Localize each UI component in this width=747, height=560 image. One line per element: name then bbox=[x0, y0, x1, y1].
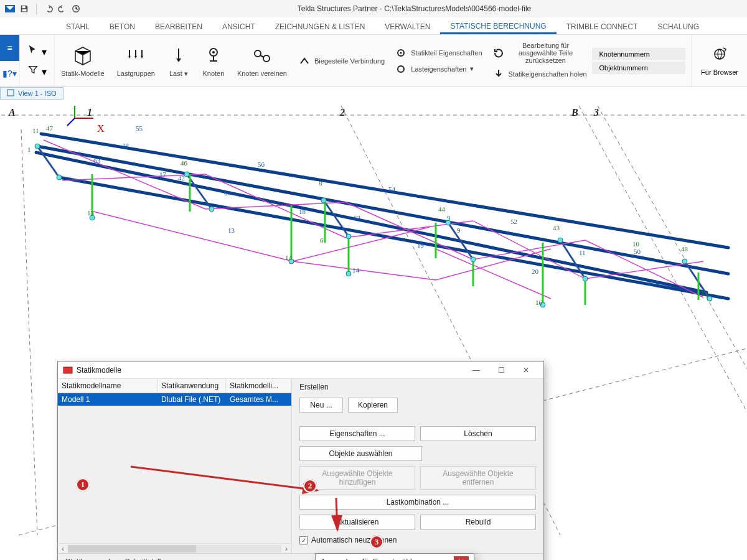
lastkombination-button[interactable]: Lastkombination ... bbox=[299, 495, 536, 510]
undo-icon[interactable] bbox=[43, 3, 54, 14]
ribbon-lasteigenschaften[interactable]: Lasteigenschaften ▾ bbox=[395, 63, 474, 75]
remove-selected-button: Ausgewählte Objekte entfernen bbox=[420, 466, 536, 490]
file-menu-button[interactable]: ≡ bbox=[0, 35, 19, 61]
node-num: 8 bbox=[319, 179, 322, 187]
grid-label-A: A bbox=[9, 107, 16, 118]
th-content[interactable]: Statikmodelli... bbox=[226, 379, 291, 393]
cell-name: Modell 1 bbox=[58, 393, 157, 406]
load-icon bbox=[167, 45, 190, 67]
svg-line-39 bbox=[93, 212, 293, 261]
history-icon[interactable] bbox=[70, 3, 82, 14]
svg-point-64 bbox=[682, 259, 687, 264]
view-title-bar[interactable]: View 1 - ISO bbox=[0, 87, 63, 100]
loeschen-button[interactable]: Löschen bbox=[420, 426, 536, 441]
close-icon[interactable]: ✕ bbox=[454, 556, 469, 561]
th-name[interactable]: Statikmodellname bbox=[58, 379, 157, 393]
load-groups-icon bbox=[125, 45, 147, 67]
ribbon-statik-modelle[interactable]: Statik-Modelle bbox=[55, 35, 111, 86]
view-title-text: View 1 - ISO bbox=[18, 90, 57, 97]
model-viewport[interactable]: View 1 - ISO bbox=[0, 87, 747, 560]
app-icon bbox=[4, 2, 16, 15]
annotation-marker-2: 2 bbox=[303, 479, 317, 493]
th-app[interactable]: Statikanwendung bbox=[157, 379, 226, 393]
annotation-marker-3: 3 bbox=[370, 535, 383, 549]
node-num: 12 bbox=[701, 290, 708, 297]
ribbon-get-props[interactable]: Statikeigenschaften holen bbox=[492, 68, 587, 80]
filter-icon[interactable]: ▾ bbox=[27, 64, 46, 78]
tab-ansicht[interactable]: ANSICHT bbox=[212, 19, 265, 34]
ribbon-lastgruppen[interactable]: Lastgruppen bbox=[111, 35, 161, 86]
ribbon-last[interactable]: Last ▾ bbox=[161, 35, 196, 86]
h-scrollbar[interactable]: ‹› bbox=[58, 543, 291, 553]
node-num: 14 bbox=[285, 254, 292, 261]
toggle-objektnummern[interactable]: Objektnummern bbox=[592, 62, 685, 74]
kopieren-button[interactable]: Kopieren bbox=[348, 398, 398, 413]
tab-zeichnungen[interactable]: ZEICHNUNGEN & LISTEN bbox=[265, 19, 375, 34]
close-icon[interactable]: ✕ bbox=[514, 363, 538, 378]
ribbon-biegesteife[interactable]: Biegesteife Verbindung bbox=[298, 55, 385, 67]
svg-line-15 bbox=[21, 129, 37, 535]
svg-point-62 bbox=[558, 238, 563, 243]
node-num: 44 bbox=[438, 205, 445, 213]
rigid-link-icon bbox=[298, 55, 311, 67]
statik-titlebar[interactable]: Statikmodelle — ☐ ✕ bbox=[58, 362, 543, 379]
erstellen-label: Erstellen bbox=[299, 383, 536, 391]
tab-beton[interactable]: BETON bbox=[100, 19, 145, 34]
help-button[interactable]: ▮?▾ bbox=[0, 61, 19, 87]
tab-stahl[interactable]: STAHL bbox=[56, 19, 100, 34]
member-num: 17 bbox=[159, 170, 166, 178]
neu-button[interactable]: Neu ... bbox=[299, 398, 343, 413]
node-num: 47 bbox=[46, 124, 53, 132]
svg-rect-1 bbox=[22, 6, 26, 9]
export-title-text: Anwendung für Export wählen bbox=[321, 558, 420, 561]
node-num: 48 bbox=[681, 245, 688, 253]
ribbon-knoten-vereinen[interactable]: Knoten vereinen bbox=[231, 35, 293, 86]
export-titlebar[interactable]: Anwendung für Export wählen ✕ bbox=[316, 554, 474, 560]
member-num: 18 bbox=[299, 208, 306, 215]
minimize-icon[interactable]: — bbox=[464, 363, 489, 378]
tab-schalung[interactable]: SCHALUNG bbox=[647, 19, 709, 34]
member-num: 19 bbox=[417, 241, 424, 249]
ribbon-knoten[interactable]: Knoten bbox=[196, 35, 231, 86]
member-num: 9 bbox=[447, 214, 451, 222]
ribbon-file-strip: ≡ ▮?▾ bbox=[0, 35, 20, 86]
tab-verwalten[interactable]: VERWALTEN bbox=[375, 19, 440, 34]
maximize-icon[interactable]: ☐ bbox=[489, 363, 514, 378]
svg-line-41 bbox=[293, 261, 436, 280]
member-num: 54 bbox=[388, 185, 395, 193]
tab-statische-berechnung[interactable]: STATISCHE BERECHNUNG bbox=[440, 18, 556, 34]
toggle-knotennummern[interactable]: Knotennummern bbox=[592, 48, 685, 60]
statik-actions: Erstellen Neu ... Kopieren Eigenschaften… bbox=[292, 379, 543, 553]
ribbon-browser[interactable]: Für Browser bbox=[692, 35, 747, 86]
view-icon bbox=[7, 89, 14, 98]
auto-redraw-checkbox[interactable]: ✓Automatisch neuzeichnen bbox=[299, 534, 536, 544]
objekte-auswaehlen-button[interactable]: Objekte auswählen bbox=[299, 446, 422, 461]
statik-table-header: Statikmodellname Statikanwendung Statikm… bbox=[58, 379, 291, 393]
tab-bearbeiten[interactable]: BEARBEITEN bbox=[145, 19, 212, 34]
cursor-icon[interactable]: ▾ bbox=[27, 44, 46, 58]
rebuild-button[interactable]: Rebuild bbox=[420, 515, 536, 530]
node-num: 16 bbox=[535, 299, 542, 306]
member-num: 28 bbox=[122, 142, 129, 149]
save-icon[interactable] bbox=[19, 3, 30, 14]
member-num: 50 bbox=[634, 248, 641, 255]
cell-content: Gesamtes M... bbox=[226, 393, 291, 406]
quick-access bbox=[0, 2, 82, 15]
table-row[interactable]: Modell 1 Dlubal File (.NET) Gesamtes M..… bbox=[58, 393, 291, 406]
svg-point-61 bbox=[471, 257, 476, 262]
tab-trimble-connect[interactable]: TRIMBLE CONNECT bbox=[557, 19, 648, 34]
ribbon-reset-edit[interactable]: Bearbeitung für ausgewählte Teile zurück… bbox=[492, 42, 583, 64]
node-num: 10 bbox=[632, 240, 639, 248]
eigenschaften-button[interactable]: Eigenschaften ... bbox=[299, 426, 415, 441]
statikmodelle-window: Statikmodelle — ☐ ✕ Statikmodellname Sta… bbox=[57, 361, 544, 560]
dialog-icon bbox=[63, 365, 73, 375]
ribbon-number-toggles: Knotennummern Objektnummern bbox=[592, 35, 690, 86]
svg-point-5 bbox=[212, 51, 215, 54]
member-num: 62 bbox=[354, 214, 360, 222]
aktualisieren-button[interactable]: Aktualisieren bbox=[299, 515, 415, 530]
node-num: 13 bbox=[87, 209, 94, 217]
svg-line-33 bbox=[345, 221, 473, 238]
svg-rect-2 bbox=[22, 9, 27, 12]
ribbon-statikteil-eig[interactable]: Statikteil Eigenschaften bbox=[395, 47, 482, 59]
redo-icon[interactable] bbox=[57, 3, 68, 14]
